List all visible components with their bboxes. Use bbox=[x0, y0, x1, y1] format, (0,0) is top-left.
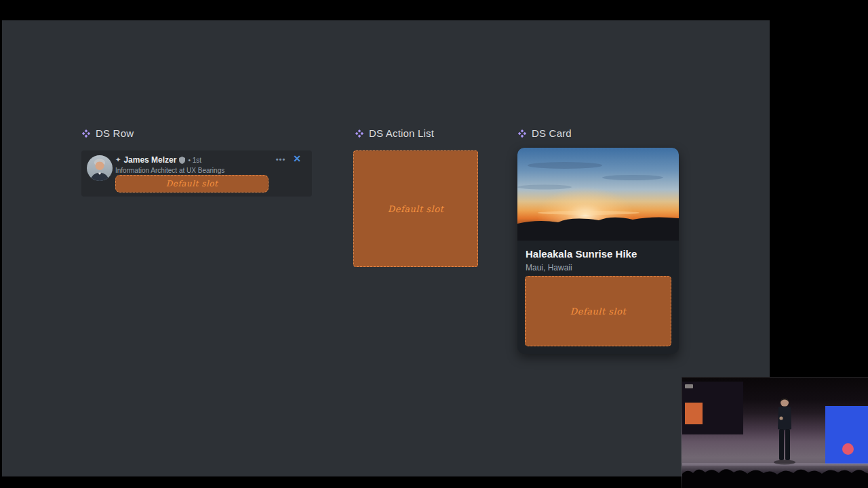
presenter-silhouette bbox=[767, 394, 802, 466]
more-button[interactable]: ••• bbox=[273, 156, 288, 163]
component-diamond-icon bbox=[517, 129, 527, 138]
stage-blue-panel bbox=[825, 406, 868, 464]
slot-label: Default slot bbox=[388, 204, 443, 214]
component-label-ds-action-list[interactable]: DS Action List bbox=[355, 127, 434, 139]
sparkle-icon: ✦ bbox=[115, 157, 121, 163]
profile-name: James Melzer bbox=[123, 155, 176, 165]
component-label-ds-card[interactable]: DS Card bbox=[517, 127, 572, 139]
profile-headline: Information Architect at UX Bearings bbox=[115, 167, 224, 174]
pip-watermark bbox=[685, 384, 693, 388]
profile-name-line: ✦ James Melzer • 1st bbox=[115, 155, 201, 165]
component-diamond-icon bbox=[355, 129, 364, 138]
sunrise-photo bbox=[517, 148, 679, 241]
slot-label: Default slot bbox=[570, 306, 626, 317]
ds-card-component[interactable]: Haleakala Sunrise Hike Maui, Hawaii Defa… bbox=[517, 148, 679, 354]
ds-row-component[interactable]: ✦ James Melzer • 1st Information Archite… bbox=[81, 150, 312, 197]
default-slot-card[interactable]: Default slot bbox=[525, 276, 671, 346]
stage-red-dot bbox=[842, 443, 854, 455]
default-slot-row[interactable]: Default slot bbox=[115, 175, 269, 192]
component-label-ds-row[interactable]: DS Row bbox=[81, 127, 134, 139]
design-canvas[interactable]: DS Row ✦ James Melzer • 1st I bbox=[2, 20, 770, 476]
presenter-video-overlay bbox=[682, 377, 868, 488]
slot-label: Default slot bbox=[166, 179, 218, 188]
close-button[interactable]: ✕ bbox=[291, 154, 303, 163]
presentation-frame: DS Row ✦ James Melzer • 1st I bbox=[0, 0, 868, 488]
component-diamond-icon bbox=[81, 129, 91, 138]
component-label-text: DS Row bbox=[96, 127, 134, 139]
card-subtitle: Maui, Hawaii bbox=[526, 263, 572, 272]
stage-screen-slide bbox=[685, 403, 703, 424]
connection-degree: • 1st bbox=[188, 157, 201, 164]
component-label-text: DS Action List bbox=[369, 127, 434, 139]
ds-action-list-component[interactable]: Default slot bbox=[353, 150, 478, 267]
component-label-text: DS Card bbox=[532, 127, 572, 139]
avatar-illustration bbox=[87, 155, 113, 181]
verified-shield-icon bbox=[179, 157, 185, 164]
avatar bbox=[87, 155, 113, 181]
audience-silhouettes bbox=[682, 464, 868, 488]
card-title: Haleakala Sunrise Hike bbox=[526, 248, 637, 260]
